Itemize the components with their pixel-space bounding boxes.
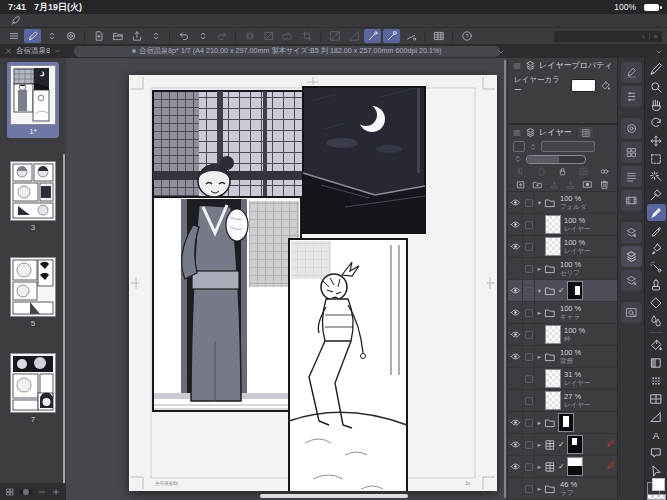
layer-row-chara[interactable]: ▸ ✓ 100 % キャラ: [508, 302, 617, 324]
chevron-down-icon[interactable]: [654, 47, 664, 57]
stepper-icon[interactable]: [528, 142, 538, 152]
tool-property-quickbar[interactable]: › »: [554, 31, 662, 42]
close-icon[interactable]: [4, 46, 13, 56]
dock-navigator[interactable]: [621, 302, 642, 323]
visibility-toggle[interactable]: [508, 368, 523, 389]
layer-row-folder[interactable]: ▾ ✓ 100 % フォルダ: [508, 192, 617, 214]
visibility-toggle[interactable]: [508, 456, 523, 477]
visibility-toggle[interactable]: [508, 302, 523, 323]
layer-row[interactable]: ✓ 100 % レイヤー: [508, 236, 617, 258]
dock-material[interactable]: [621, 142, 642, 163]
expand-chevron[interactable]: ▸: [535, 441, 544, 449]
layer-row-frame-folder[interactable]: ▸ ✓: [508, 456, 617, 478]
clip-to-layer-button[interactable]: [515, 166, 526, 177]
layer-checkbox[interactable]: [523, 346, 535, 367]
blend-mode-select[interactable]: [541, 141, 595, 152]
expand-chevron[interactable]: ▾: [535, 199, 544, 207]
layer-checkbox[interactable]: [523, 478, 535, 499]
page-item-5[interactable]: 5: [7, 254, 59, 330]
layer-color-bucket-icon[interactable]: [600, 80, 611, 91]
layer-checkbox[interactable]: [523, 258, 535, 279]
layer-checkbox[interactable]: [523, 368, 535, 389]
new-folder-button[interactable]: [532, 179, 543, 190]
expand-chevron[interactable]: ▸: [535, 353, 544, 361]
layer-row-haikei[interactable]: ▸ ✓ 100 % 背景: [508, 346, 617, 368]
thumbnail-size-slider[interactable]: [19, 490, 33, 494]
visibility-toggle[interactable]: [508, 412, 523, 433]
dock-color-wheel[interactable]: [621, 118, 642, 139]
layer-checkbox[interactable]: [523, 456, 535, 477]
visibility-toggle[interactable]: [508, 214, 523, 235]
page-item-3[interactable]: 3: [7, 158, 59, 234]
canvas-area[interactable]: 合宿温泉8p 1p: [66, 58, 507, 500]
layer-checkbox[interactable]: [523, 192, 535, 213]
color-chips[interactable]: [647, 482, 665, 491]
layer-checkbox[interactable]: [523, 302, 535, 323]
layer-row-waku[interactable]: ✓ 100 % 枠: [508, 324, 617, 346]
dock-tool-property[interactable]: [621, 86, 642, 107]
chevron-down-icon[interactable]: [53, 46, 62, 56]
layer-row-folder-thumb[interactable]: ▸ ✓: [508, 412, 617, 434]
home-indicator[interactable]: [260, 494, 408, 498]
merge-layer-button[interactable]: [565, 179, 576, 190]
expand-chevron[interactable]: ▾: [535, 287, 544, 295]
manga-page[interactable]: 合宿温泉8p 1p: [129, 75, 497, 491]
dock-subtool[interactable]: [621, 62, 642, 83]
zoom-in-icon[interactable]: [51, 487, 61, 497]
visibility-toggle[interactable]: [508, 258, 523, 279]
csp-logo-icon[interactable]: [10, 15, 21, 26]
dock-subtool-detail[interactable]: [621, 166, 642, 187]
transparent-color[interactable]: [647, 494, 666, 500]
background-color[interactable]: [652, 478, 665, 491]
tone-button[interactable]: [536, 166, 547, 177]
dock-layer-property[interactable]: [621, 222, 642, 243]
visibility-toggle[interactable]: [508, 192, 523, 213]
layer-checkbox[interactable]: [523, 412, 535, 433]
layer-checkbox[interactable]: [523, 434, 535, 455]
panel-menu-icon[interactable]: [512, 61, 522, 71]
chevron-down-icon[interactable]: [496, 47, 506, 57]
panel-menu-icon[interactable]: [512, 128, 522, 138]
layer-checkbox[interactable]: [523, 390, 535, 411]
dock-timeline[interactable]: [621, 190, 642, 211]
layer-checkbox[interactable]: [523, 236, 535, 257]
opacity-slider[interactable]: [526, 155, 586, 164]
expand-chevron[interactable]: ▸: [535, 463, 544, 471]
blend-thumbnail-toggle[interactable]: [513, 141, 525, 152]
delete-layer-button[interactable]: [599, 179, 610, 190]
sidebar-scrollbar[interactable]: [63, 154, 65, 484]
visibility-toggle[interactable]: [508, 390, 523, 411]
layer-color-swatch[interactable]: [571, 79, 597, 92]
layer-row[interactable]: ✓ 27 % レイヤー: [508, 390, 617, 412]
document-tab[interactable]: 合宿温泉8p* 1/7 (A4 210.00 x 297.00mm 製本サイズ:…: [74, 46, 500, 57]
expand-chevron[interactable]: ▸: [535, 419, 544, 427]
quickbar-chevron-double[interactable]: »: [654, 32, 658, 41]
lock-alpha-button[interactable]: [578, 166, 589, 177]
visibility-toggle[interactable]: [508, 324, 523, 345]
transfer-layer-button[interactable]: [549, 179, 560, 190]
visibility-toggle[interactable]: [508, 346, 523, 367]
visibility-toggle[interactable]: [508, 280, 523, 301]
page-item-1[interactable]: 1*: [7, 62, 59, 138]
layer-row[interactable]: ✓ 31 % レイヤー: [508, 368, 617, 390]
visibility-toggle[interactable]: [508, 478, 523, 499]
visibility-toggle[interactable]: [508, 236, 523, 257]
link-layer-button[interactable]: [599, 166, 610, 177]
layer-row-serifu[interactable]: ▸ ✓ 100 % セリフ: [508, 258, 617, 280]
visibility-toggle[interactable]: [508, 434, 523, 455]
dock-layers[interactable]: [621, 246, 642, 267]
canvas-scrollbar[interactable]: [504, 60, 506, 498]
expand-chevron[interactable]: ▸: [535, 265, 544, 273]
layer-checkbox[interactable]: [523, 214, 535, 235]
layer-row-rough[interactable]: ▸ ✓ 46 % ラフ: [508, 478, 617, 500]
expand-chevron[interactable]: ▸: [535, 309, 544, 317]
dock-layer-search[interactable]: [621, 270, 642, 291]
quickbar-chevron[interactable]: ›: [642, 32, 645, 41]
new-layer-button[interactable]: [515, 179, 526, 190]
page-item-7[interactable]: 7: [7, 350, 59, 426]
layer-checkbox[interactable]: [523, 324, 535, 345]
lock-layer-button[interactable]: [557, 166, 568, 177]
expand-chevron[interactable]: ▸: [535, 485, 544, 493]
layer-mask-button[interactable]: [582, 179, 593, 190]
layer-checkbox[interactable]: [523, 280, 535, 301]
